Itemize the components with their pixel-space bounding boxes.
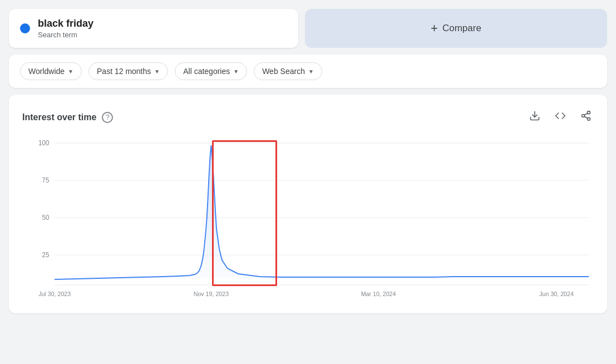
filter-location-label: Worldwide <box>28 67 65 76</box>
chart-title-area: Interest over time ? <box>22 112 113 123</box>
svg-text:Jun 30, 2024: Jun 30, 2024 <box>539 291 574 297</box>
chart-area: 100 75 50 25 Jul 30, 2023 Nov 19, 2023 M… <box>22 137 594 304</box>
filter-category[interactable]: All categories ▼ <box>175 62 247 80</box>
filters-row: Worldwide ▼ Past 12 months ▼ All categor… <box>9 55 607 88</box>
svg-text:100: 100 <box>38 139 50 147</box>
embed-button[interactable] <box>553 108 568 126</box>
svg-text:75: 75 <box>42 176 50 184</box>
download-button[interactable] <box>527 108 543 126</box>
compare-plus-icon: + <box>431 21 438 36</box>
search-term-sub: Search term <box>38 31 93 39</box>
chart-card: Interest over time ? <box>9 95 607 313</box>
chevron-down-icon: ▼ <box>233 68 239 75</box>
share-button[interactable] <box>578 108 594 126</box>
search-term-text: black friday Search term <box>38 18 93 39</box>
svg-line-5 <box>584 113 588 115</box>
filter-search-type[interactable]: Web Search ▼ <box>254 62 322 80</box>
filter-category-label: All categories <box>183 67 230 76</box>
filter-time[interactable]: Past 12 months ▼ <box>88 62 168 80</box>
embed-icon <box>555 110 566 121</box>
svg-text:Nov 19, 2023: Nov 19, 2023 <box>194 291 229 297</box>
svg-text:Mar 10, 2024: Mar 10, 2024 <box>361 291 396 297</box>
chart-title: Interest over time <box>22 112 96 122</box>
search-term-dot <box>20 23 30 33</box>
compare-card[interactable]: + Compare <box>305 9 607 48</box>
chevron-down-icon: ▼ <box>154 68 160 75</box>
share-icon <box>580 110 592 121</box>
compare-label: Compare <box>442 23 481 34</box>
download-icon <box>529 110 540 121</box>
chart-actions <box>527 108 594 126</box>
svg-text:25: 25 <box>42 251 50 259</box>
filter-location[interactable]: Worldwide ▼ <box>20 62 82 80</box>
svg-text:Jul 30, 2023: Jul 30, 2023 <box>38 291 71 297</box>
search-term-card: black friday Search term <box>9 9 298 48</box>
help-icon[interactable]: ? <box>102 112 113 123</box>
chevron-down-icon: ▼ <box>308 68 314 75</box>
chevron-down-icon: ▼ <box>68 68 73 75</box>
svg-line-4 <box>584 116 588 118</box>
interest-chart: 100 75 50 25 Jul 30, 2023 Nov 19, 2023 M… <box>22 137 594 304</box>
chart-header: Interest over time ? <box>22 108 594 126</box>
svg-text:50: 50 <box>42 214 50 222</box>
filter-time-label: Past 12 months <box>97 67 151 76</box>
search-term-name: black friday <box>38 18 93 29</box>
filter-search-type-label: Web Search <box>262 67 305 76</box>
